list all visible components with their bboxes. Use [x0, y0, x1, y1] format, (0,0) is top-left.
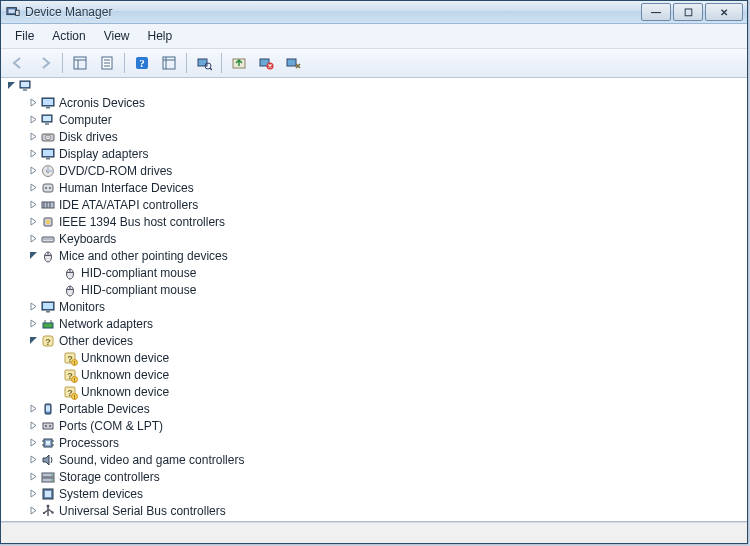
tree-category[interactable]: Portable Devices	[27, 400, 747, 417]
tree-category[interactable]: Storage controllers	[27, 468, 747, 485]
keyboard-icon	[40, 231, 56, 247]
expander-icon[interactable]	[27, 97, 39, 109]
category-label: Disk drives	[59, 129, 118, 145]
expander-icon[interactable]	[27, 216, 39, 228]
category-label: Network adapters	[59, 316, 153, 332]
expander-icon[interactable]	[27, 488, 39, 500]
tree-device[interactable]: Unknown device	[49, 349, 747, 366]
tree-category[interactable]: IEEE 1394 Bus host controllers	[27, 213, 747, 230]
expander-icon[interactable]	[27, 131, 39, 143]
help-button[interactable]: ?	[129, 51, 155, 75]
mouse-icon	[62, 282, 78, 298]
tree-category[interactable]: Mice and other pointing devices	[27, 247, 747, 264]
svg-text:?: ?	[139, 57, 145, 69]
scan-hardware-button[interactable]	[191, 51, 217, 75]
tree-device[interactable]: Unknown device	[49, 383, 747, 400]
close-button[interactable]: ✕	[705, 3, 743, 21]
tree-category[interactable]: Monitors	[27, 298, 747, 315]
expander-icon[interactable]	[27, 148, 39, 160]
category-label: Monitors	[59, 299, 105, 315]
tree-category[interactable]: Keyboards	[27, 230, 747, 247]
export-button[interactable]	[156, 51, 182, 75]
menu-action[interactable]: Action	[44, 27, 93, 45]
show-hide-tree-button[interactable]	[67, 51, 93, 75]
tree-category[interactable]: Disk drives	[27, 128, 747, 145]
computer-icon	[40, 112, 56, 128]
expander-icon[interactable]	[5, 80, 17, 92]
menu-help[interactable]: Help	[140, 27, 181, 45]
device-tree[interactable]: Acronis Devices Computer Disk drives Dis…	[1, 78, 747, 521]
expander-icon[interactable]	[27, 301, 39, 313]
expander-icon[interactable]	[27, 318, 39, 330]
expander-icon[interactable]	[27, 505, 39, 517]
device-manager-window: Device Manager — ☐ ✕ File Action View He…	[0, 0, 748, 544]
device-label: HID-compliant mouse	[81, 265, 196, 281]
expander-icon[interactable]	[27, 437, 39, 449]
maximize-button[interactable]: ☐	[673, 3, 703, 21]
menubar: File Action View Help	[1, 24, 747, 49]
category-label: IDE ATA/ATAPI controllers	[59, 197, 198, 213]
cpu-icon	[40, 435, 56, 451]
sound-icon	[40, 452, 56, 468]
properties-button[interactable]	[94, 51, 120, 75]
expander-icon[interactable]	[27, 199, 39, 211]
expander-icon[interactable]	[27, 114, 39, 126]
tree-category[interactable]: Universal Serial Bus controllers	[27, 502, 747, 519]
svg-rect-21	[287, 59, 296, 66]
network-icon	[40, 316, 56, 332]
tree-category[interactable]: Processors	[27, 434, 747, 451]
category-label: Keyboards	[59, 231, 116, 247]
category-label: Portable Devices	[59, 401, 150, 417]
category-label: Ports (COM & LPT)	[59, 418, 163, 434]
category-label: IEEE 1394 Bus host controllers	[59, 214, 225, 230]
tree-device[interactable]: HID-compliant mouse	[49, 281, 747, 298]
tree-category[interactable]: IDE ATA/ATAPI controllers	[27, 196, 747, 213]
usb-icon	[40, 503, 56, 519]
mouse-icon	[40, 248, 56, 264]
category-label: Sound, video and game controllers	[59, 452, 244, 468]
device-label: Unknown device	[81, 384, 169, 400]
tree-category[interactable]: Display adapters	[27, 145, 747, 162]
titlebar[interactable]: Device Manager — ☐ ✕	[1, 1, 747, 24]
tree-category[interactable]: Acronis Devices	[27, 94, 747, 111]
expander-icon[interactable]	[27, 335, 39, 347]
tree-device[interactable]: Unknown device	[49, 366, 747, 383]
expander-icon[interactable]	[27, 165, 39, 177]
window-controls: — ☐ ✕	[641, 3, 743, 21]
tree-device[interactable]: HID-compliant mouse	[49, 264, 747, 281]
tree-category[interactable]: System devices	[27, 485, 747, 502]
ide-icon	[40, 197, 56, 213]
minimize-button[interactable]: —	[641, 3, 671, 21]
expander-icon[interactable]	[27, 454, 39, 466]
expander-icon[interactable]	[27, 233, 39, 245]
category-label: Computer	[59, 112, 112, 128]
expander-icon[interactable]	[27, 471, 39, 483]
tree-category[interactable]: Other devices	[27, 332, 747, 349]
update-driver-button[interactable]	[226, 51, 252, 75]
other-icon	[40, 333, 56, 349]
svg-rect-2	[16, 10, 20, 15]
category-label: Display adapters	[59, 146, 148, 162]
menu-view[interactable]: View	[96, 27, 138, 45]
expander-icon[interactable]	[27, 403, 39, 415]
tree-category[interactable]: DVD/CD-ROM drives	[27, 162, 747, 179]
uninstall-button[interactable]	[253, 51, 279, 75]
category-label: System devices	[59, 486, 143, 502]
system-icon	[40, 486, 56, 502]
menu-file[interactable]: File	[7, 27, 42, 45]
tree-category[interactable]: Human Interface Devices	[27, 179, 747, 196]
toolbar-separator	[62, 53, 63, 73]
tree-category[interactable]: Ports (COM & LPT)	[27, 417, 747, 434]
disable-button[interactable]	[280, 51, 306, 75]
tree-root-node[interactable]	[5, 78, 747, 94]
storage-icon	[40, 469, 56, 485]
expander-icon[interactable]	[27, 182, 39, 194]
tree-category[interactable]: Computer	[27, 111, 747, 128]
monitor-icon	[40, 299, 56, 315]
expander-icon[interactable]	[27, 250, 39, 262]
computer-icon	[18, 78, 34, 94]
disk-icon	[40, 129, 56, 145]
tree-category[interactable]: Sound, video and game controllers	[27, 451, 747, 468]
tree-category[interactable]: Network adapters	[27, 315, 747, 332]
expander-icon[interactable]	[27, 420, 39, 432]
